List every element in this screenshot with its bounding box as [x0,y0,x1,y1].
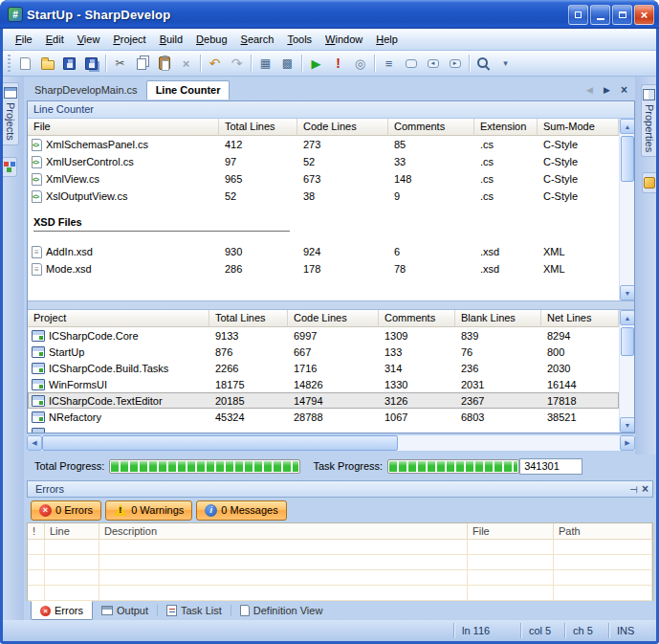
scroll-left-icon[interactable]: ◀ [27,435,42,451]
window-button[interactable] [568,5,588,25]
header-net-lines[interactable]: Net Lines [541,310,619,327]
warnings-filter-button[interactable]: 0 Warnings [105,500,192,521]
scroll-up-icon[interactable]: ▲ [620,310,634,325]
splitter[interactable] [28,300,634,310]
undo-icon[interactable]: ↶ [204,53,226,74]
table-row-selected[interactable]: ICSharpCode.TextEditor 20185 14794 3126 … [28,392,619,409]
new-file-icon[interactable] [14,53,36,74]
menu-debug[interactable]: Debug [189,31,233,48]
close-document-icon[interactable]: × [617,82,631,97]
table-row[interactable]: XmlView.cs 965 673 148 .cs C-Style [28,170,619,188]
header-total-lines[interactable]: Total Lines [219,119,297,136]
header-severity[interactable]: ! [28,523,45,539]
sidebar-tab-projects[interactable]: Projects [3,82,19,145]
scrollbar-thumb[interactable] [42,435,398,451]
toolbar-grip[interactable] [8,55,11,72]
close-button[interactable]: × [634,5,654,25]
header-sum-mode[interactable]: Sum-Mode [538,119,619,136]
status-column-number: col 5 [520,623,564,638]
scrollbar-track[interactable] [42,435,620,451]
header-file[interactable]: File [28,119,219,136]
tab-line-counter[interactable]: Line Counter [146,80,231,100]
header-file[interactable]: File [468,523,554,539]
table-row[interactable]: XmlUserControl.cs 97 52 33 .cs C-Style [28,153,619,170]
next-bookmark-icon[interactable]: ▸ [444,53,466,74]
cut-icon[interactable]: ✂ [109,53,131,74]
table-row[interactable] [28,425,619,433]
paste-icon[interactable] [153,53,175,74]
scroll-up-icon[interactable]: ▲ [620,119,634,134]
table-row[interactable]: ICSharpCode.Core 9133 6997 1309 839 8294 [28,327,619,344]
scroll-tabs-right-icon[interactable]: ▶ [600,82,614,97]
scroll-down-icon[interactable]: ▼ [620,285,634,300]
tab-errors[interactable]: × Errors [31,601,93,620]
tab-output[interactable]: Output [93,601,157,620]
menu-edit[interactable]: Edit [39,31,71,48]
header-blank-lines[interactable]: Blank Lines [455,310,541,327]
scroll-right-icon[interactable]: ▶ [620,435,635,451]
bookmark-list-icon[interactable]: ≡ [378,53,400,74]
menu-window[interactable]: Window [319,31,369,48]
menu-search[interactable]: Search [234,31,281,48]
header-comments[interactable]: Comments [388,119,474,136]
minimize-button[interactable] [590,5,610,25]
tab-sharpdevelopmain[interactable]: SharpDevelopMain.cs [26,81,146,100]
save-file-icon[interactable] [58,53,80,74]
table-row[interactable]: XmlSchemasPanel.cs 412 273 85 .cs C-Styl… [28,136,619,153]
toolbar: ✂ × ↶ ↷ ▦ ▩ ▶ ! ◎ ≡ ◂ ▸ ▾ [3,51,656,77]
scrollbar-thumb[interactable] [621,327,634,356]
header-comments[interactable]: Comments [379,310,455,327]
maximize-button[interactable] [612,5,632,25]
header-extension[interactable]: Extension [474,119,538,136]
build-solution-icon[interactable]: ▦ [254,53,276,74]
scrollbar-thumb[interactable] [621,136,634,182]
table-row[interactable]: NRefactory 45324 28788 1067 6803 38521 [28,409,619,425]
tab-definition-view[interactable]: Definition View [231,601,332,620]
projects-vertical-scrollbar[interactable]: ▲ ▼ [619,310,634,433]
menu-build[interactable]: Build [153,31,189,48]
header-total-lines[interactable]: Total Lines [209,310,288,327]
table-row[interactable]: ICSharpCode.Build.Tasks 2266 1716 314 23… [28,360,619,376]
sidebar-tab-tools[interactable] [642,172,656,193]
copy-icon[interactable] [131,53,153,74]
scroll-down-icon[interactable]: ▼ [620,417,634,433]
table-row[interactable]: WinFormsUI 18175 14826 1330 2031 16144 [28,376,619,392]
files-vertical-scrollbar[interactable]: ▲ ▼ [619,119,634,300]
menu-tools[interactable]: Tools [280,31,319,48]
table-row[interactable]: AddIn.xsd 930 924 6 .xsd XML [28,243,619,260]
tab-task-list[interactable]: Task List [158,601,231,620]
header-project[interactable]: Project [28,310,209,327]
horizontal-scrollbar[interactable]: ◀ ▶ [27,435,635,451]
search-icon[interactable] [472,53,494,74]
menu-help[interactable]: Help [369,31,405,48]
abort-icon[interactable]: ! [327,53,349,74]
sidebar-tab-classes[interactable] [3,157,17,177]
redo-icon[interactable]: ↷ [226,53,248,74]
sidebar-tab-properties[interactable]: Properties [641,84,656,157]
table-row[interactable]: StartUp 876 667 133 76 800 [28,344,619,360]
comment-region-icon[interactable] [400,53,422,74]
build-project-icon[interactable]: ▩ [276,53,298,74]
header-code-lines[interactable]: Code Lines [288,310,379,327]
table-row[interactable]: Mode.xsd 286 178 78 .xsd XML [28,260,619,278]
open-folder-icon[interactable] [36,53,58,74]
menu-view[interactable]: View [71,31,107,48]
pin-icon[interactable]: ⊤ [628,485,639,494]
errors-filter-button[interactable]: × 0 Errors [31,500,101,521]
header-description[interactable]: Description [99,523,468,539]
delete-icon[interactable]: × [175,53,197,74]
header-code-lines[interactable]: Code Lines [297,119,388,136]
breakpoint-icon[interactable]: ◎ [349,53,371,74]
table-row[interactable]: XslOutputView.cs 52 38 9 .cs C-Style [28,188,619,205]
scroll-tabs-left-icon[interactable]: ◀ [582,82,597,97]
header-path[interactable]: Path [554,523,652,539]
header-line[interactable]: Line [45,523,99,539]
prev-bookmark-icon[interactable]: ◂ [422,53,444,74]
toolbar-overflow-icon[interactable]: ▾ [494,53,516,74]
save-all-icon[interactable] [80,53,102,74]
messages-filter-button[interactable]: i 0 Messages [196,500,286,521]
close-panel-icon[interactable]: × [642,482,648,496]
menu-project[interactable]: Project [106,31,152,48]
run-icon[interactable]: ▶ [305,53,327,74]
menu-file[interactable]: File [9,31,39,48]
